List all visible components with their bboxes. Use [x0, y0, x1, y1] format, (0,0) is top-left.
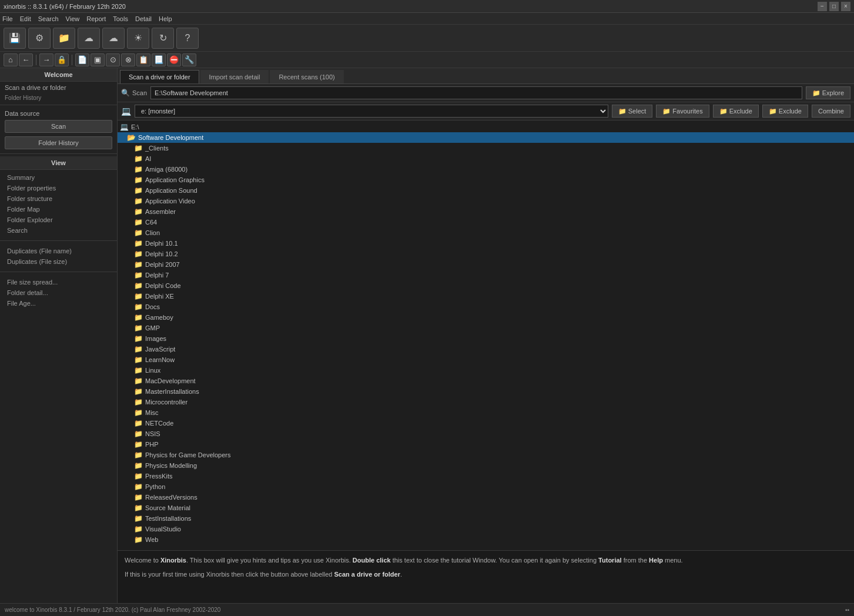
doc-btn[interactable]: 📋: [136, 53, 150, 66]
tree-item[interactable]: 📁Physics for Game Developers: [118, 450, 854, 460]
tree-item[interactable]: 📁PHP: [118, 439, 854, 450]
menu-item-edit[interactable]: Edit: [20, 15, 31, 22]
tree-item[interactable]: 📁Amiga (68000): [118, 164, 854, 175]
drive-select[interactable]: e: [monster]: [135, 105, 608, 118]
tree-item[interactable]: 📁Delphi Code: [118, 280, 854, 291]
wrench-btn[interactable]: 🔧: [182, 53, 196, 66]
tree-item[interactable]: 📁Delphi XE: [118, 291, 854, 302]
tree-item-label: Misc: [145, 409, 159, 416]
tree-item[interactable]: 📁NETCode: [118, 418, 854, 428]
tree-item[interactable]: 📁GMP: [118, 323, 854, 333]
tree-item[interactable]: 📁AI: [118, 153, 854, 164]
favourites-button[interactable]: 📁 Favourites: [656, 105, 709, 118]
tree-item[interactable]: 📁TestInstallations: [118, 513, 854, 524]
menu-item-help[interactable]: Help: [159, 15, 172, 22]
tree-item[interactable]: 📁_Clients: [118, 143, 854, 153]
folder-btn[interactable]: 📁: [53, 28, 75, 49]
tree-item[interactable]: 📁Docs: [118, 302, 854, 312]
sun-btn[interactable]: ☀: [127, 28, 149, 49]
tree-item[interactable]: 📁Delphi 2007: [118, 259, 854, 270]
tree-item[interactable]: 📁Microcontroller: [118, 397, 854, 407]
tab-scan-drive[interactable]: Scan a drive or folder: [120, 70, 199, 83]
tree-item[interactable]: 📁PressKits: [118, 471, 854, 481]
tree-item[interactable]: 📁JavaScript: [118, 344, 854, 354]
tree-item[interactable]: 📁Clion: [118, 227, 854, 238]
cloud-down-btn[interactable]: ☁: [102, 28, 125, 49]
save-btn[interactable]: 💾: [4, 28, 26, 49]
tree-item[interactable]: 📁Delphi 7: [118, 270, 854, 280]
menu-item-view[interactable]: View: [66, 15, 80, 22]
explore-button[interactable]: 📁 Explore: [806, 86, 850, 99]
sidebar-link-file-age[interactable]: File Age...: [0, 298, 117, 309]
menu-item-file[interactable]: File: [2, 15, 13, 22]
tree-item[interactable]: 📁Misc: [118, 407, 854, 418]
sidebar-link-folder-structure[interactable]: Folder structure: [0, 193, 117, 204]
minimize-btn[interactable]: −: [818, 2, 827, 11]
monitor-btn[interactable]: ▣: [91, 53, 105, 66]
tree-item[interactable]: 📁Application Graphics: [118, 175, 854, 185]
tree-item[interactable]: 📁Images: [118, 333, 854, 344]
tree-item[interactable]: 📁NSIS: [118, 428, 854, 439]
cloud-up-btn[interactable]: ☁: [78, 28, 100, 49]
sidebar-link-file-size-spread[interactable]: File size spread...: [0, 277, 117, 287]
tree-item[interactable]: 📁MacDevelopment: [118, 376, 854, 386]
sidebar-link-folder-properties[interactable]: Folder properties: [0, 183, 117, 193]
settings-btn[interactable]: ⚙: [28, 28, 51, 49]
scan-path-input[interactable]: [150, 86, 802, 99]
tree-item[interactable]: 📁LearnNow: [118, 354, 854, 365]
tree-item-label: Docs: [145, 303, 160, 310]
sidebar-link-duplicates-name[interactable]: Duplicates (File name): [0, 246, 117, 256]
scan-small-btn[interactable]: ⊙: [106, 53, 120, 66]
menu-item-tools[interactable]: Tools: [113, 15, 128, 22]
tree-item[interactable]: 💻E:\: [118, 122, 854, 132]
scan-button[interactable]: Scan: [5, 120, 112, 133]
tree-item[interactable]: 📁Application Video: [118, 196, 854, 206]
sidebar-link-folder-detail[interactable]: Folder detail...: [0, 287, 117, 298]
tree-item-label: Application Video: [145, 197, 195, 205]
sidebar-link-search[interactable]: Search: [0, 225, 117, 236]
select-button[interactable]: 📁 Select: [612, 105, 653, 118]
tree-item[interactable]: 📁VisualStudio: [118, 524, 854, 534]
tree-item[interactable]: 📁Physics Modelling: [118, 460, 854, 471]
close-btn[interactable]: ×: [841, 2, 850, 11]
folder-icon: 📁: [134, 440, 143, 448]
tree-item[interactable]: 📁Gameboy: [118, 312, 854, 323]
combine-button[interactable]: Combine: [812, 105, 850, 118]
folder-history-button[interactable]: Folder History: [5, 136, 112, 149]
maximize-btn[interactable]: □: [829, 2, 839, 11]
tree-item[interactable]: 📁Delphi 10.1: [118, 238, 854, 249]
tree-item[interactable]: 📁Linux: [118, 365, 854, 376]
tutorial-line-1[interactable]: Welcome to Xinorbis. This box will give …: [125, 555, 847, 566]
tree-item[interactable]: 📁C64: [118, 217, 854, 227]
forward-btn[interactable]: →: [39, 53, 53, 66]
tree-item[interactable]: 📁MasterInstallations: [118, 386, 854, 397]
menu-item-search[interactable]: Search: [38, 15, 59, 22]
tree-item[interactable]: 📁Application Sound: [118, 185, 854, 196]
stop-btn[interactable]: ⛔: [167, 53, 181, 66]
tab-recent-scans[interactable]: Recent scans (100): [270, 70, 343, 83]
tree-item[interactable]: 📁Delphi 10.2: [118, 249, 854, 259]
help-btn[interactable]: ?: [176, 28, 199, 49]
tab-import-scan[interactable]: Import scan detail: [200, 70, 269, 83]
exclude-button-2[interactable]: 📁 Exclude: [762, 105, 808, 118]
sidebar-link-folder-exploder[interactable]: Folder Exploder: [0, 215, 117, 225]
home-btn[interactable]: ⌂: [4, 53, 18, 66]
doc2-btn[interactable]: 📃: [152, 53, 166, 66]
exclude-button-1[interactable]: 📁 Exclude: [713, 105, 759, 118]
tree-item[interactable]: 📂Software Development: [118, 132, 854, 143]
tree-item[interactable]: 📁ReleasedVersions: [118, 492, 854, 503]
tree-item[interactable]: 📁Web: [118, 534, 854, 545]
menu-item-report[interactable]: Report: [86, 15, 106, 22]
refresh-btn[interactable]: ↻: [152, 28, 174, 49]
sidebar-link-folder-map[interactable]: Folder Map: [0, 204, 117, 215]
page-btn[interactable]: 📄: [75, 53, 89, 66]
menu-item-detail[interactable]: Detail: [135, 15, 152, 22]
db-btn[interactable]: ⊗: [121, 53, 135, 66]
tree-item[interactable]: 📁Python: [118, 481, 854, 492]
back-btn[interactable]: ←: [19, 53, 33, 66]
tree-item[interactable]: 📁Source Material: [118, 503, 854, 513]
sidebar-link-summary[interactable]: Summary: [0, 172, 117, 183]
sidebar-link-duplicates-size[interactable]: Duplicates (File size): [0, 256, 117, 267]
lock-btn[interactable]: 🔒: [55, 53, 69, 66]
tree-item[interactable]: 📁Assembler: [118, 206, 854, 217]
